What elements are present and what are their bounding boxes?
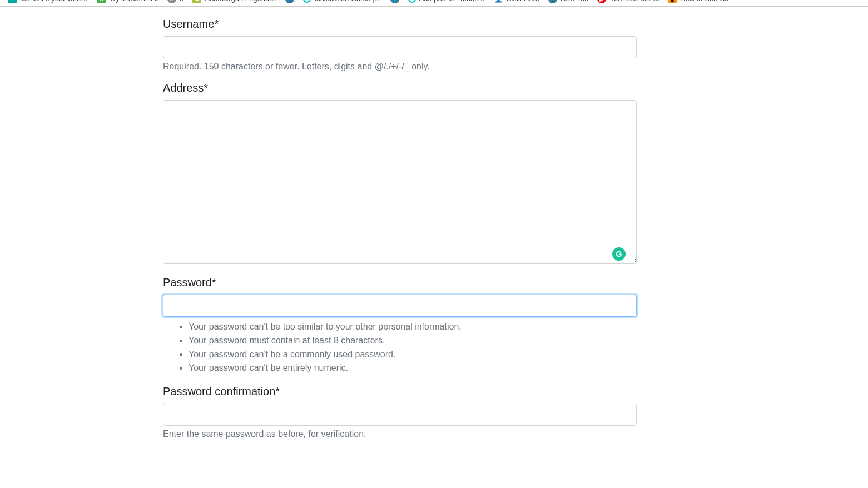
grammarly-icon[interactable]: G bbox=[612, 247, 626, 261]
address-group: Address* G bbox=[163, 82, 637, 266]
bookmark-item-3[interactable]: ▲Shadowgun Legend… bbox=[189, 0, 280, 4]
bookmark-icon: 🌐 bbox=[390, 0, 399, 3]
bookmark-item-1[interactable]: wTry it Yourself » bbox=[93, 0, 162, 4]
bookmark-icon bbox=[303, 0, 311, 3]
bookmark-icon bbox=[408, 0, 416, 3]
bookmark-item-2[interactable]: K3 bbox=[164, 0, 187, 4]
bookmark-label: How to Use Cu bbox=[680, 0, 728, 3]
bookmark-icon: 👤 bbox=[494, 0, 503, 3]
bookmark-label: Shadowgun Legend… bbox=[205, 0, 276, 3]
password-rule-item: Your password can't be a commonly used p… bbox=[189, 348, 637, 362]
bookmark-icon: P bbox=[8, 0, 17, 3]
password-label: Password* bbox=[163, 276, 637, 289]
password-rule-item: Your password can't be too similar to yo… bbox=[189, 320, 637, 334]
password-confirm-help-text: Enter the same password as before, for v… bbox=[163, 429, 637, 439]
username-input[interactable] bbox=[163, 36, 637, 58]
bookmark-icon: ▶ bbox=[597, 0, 606, 3]
bookmark-label: Add phone - Mobil… bbox=[419, 0, 485, 3]
bookmark-icon: ▲ bbox=[192, 0, 201, 3]
bookmark-item-7[interactable]: Add phone - Mobil… bbox=[405, 0, 489, 4]
bookmark-label: New Tab bbox=[561, 0, 588, 3]
bookmark-item-5[interactable]: Installation Guide |… bbox=[300, 0, 384, 4]
bookmark-icon: 🌐 bbox=[548, 0, 557, 3]
bookmark-item-10[interactable]: ▶YouTube Music bbox=[594, 0, 662, 4]
password-rule-item: Your password can't be entirely numeric. bbox=[189, 361, 637, 375]
bookmark-icon: ▮ bbox=[668, 0, 677, 3]
username-label: Username* bbox=[163, 18, 637, 31]
bookmark-label: Installation Guide |… bbox=[314, 0, 381, 3]
bookmark-label: Try it Yourself » bbox=[109, 0, 158, 3]
bookmark-item-11[interactable]: ▮How to Use Cu bbox=[664, 0, 732, 4]
bookmark-icon: K bbox=[167, 0, 176, 3]
bookmark-icon: 🌐 bbox=[285, 0, 294, 3]
username-help-text: Required. 150 characters or fewer. Lette… bbox=[163, 62, 637, 72]
bookmark-label: YouTube Music bbox=[609, 0, 659, 3]
bookmark-item-9[interactable]: 🌐New Tab bbox=[545, 0, 592, 4]
bookmark-item-6[interactable]: 🌐 bbox=[387, 0, 403, 4]
bookmark-label: Click Here bbox=[506, 0, 539, 3]
bookmark-icon: w bbox=[97, 0, 106, 3]
bookmark-item-8[interactable]: 👤Click Here bbox=[490, 0, 543, 4]
username-group: Username* Required. 150 characters or fe… bbox=[163, 18, 637, 72]
password-input[interactable] bbox=[163, 295, 637, 317]
password-rules-list: Your password can't be too similar to yo… bbox=[163, 320, 637, 375]
bookmark-item-0[interactable]: PMonetize your web… bbox=[4, 0, 91, 4]
password-confirm-label: Password confirmation* bbox=[163, 385, 637, 398]
bookmarks-bar: PMonetize your web…wTry it Yourself »K3▲… bbox=[0, 0, 868, 7]
address-input[interactable] bbox=[163, 100, 637, 264]
password-group: Password* Your password can't be too sim… bbox=[163, 276, 637, 375]
address-textarea-wrapper: G bbox=[163, 100, 637, 266]
bookmark-label: Monetize your web… bbox=[20, 0, 88, 3]
password-confirm-group: Password confirmation* Enter the same pa… bbox=[163, 385, 637, 439]
bookmark-label: 3 bbox=[180, 0, 183, 3]
bookmark-item-4[interactable]: 🌐 bbox=[282, 0, 297, 4]
password-confirm-input[interactable] bbox=[163, 404, 637, 426]
password-rule-item: Your password must contain at least 8 ch… bbox=[189, 334, 637, 348]
registration-form: Username* Required. 150 characters or fe… bbox=[163, 7, 637, 460]
address-label: Address* bbox=[163, 82, 637, 94]
